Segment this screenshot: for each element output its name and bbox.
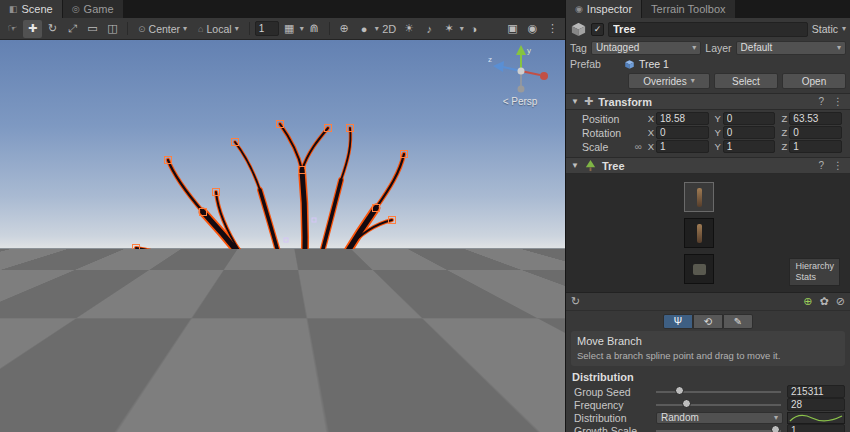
rotation-z-field[interactable] <box>789 126 842 139</box>
stats-line: Stats <box>795 272 834 283</box>
axis-z-label: Z <box>779 113 789 124</box>
rotation-label: Rotation <box>582 127 646 139</box>
gameobject-name-field[interactable] <box>608 22 808 37</box>
slider-knob[interactable] <box>675 386 684 395</box>
tree-hierarchy-canvas[interactable]: Hierarchy Stats <box>566 174 850 293</box>
scene-viewport[interactable]: y z < Persp <box>0 40 565 432</box>
leaf-group-node[interactable] <box>684 254 714 284</box>
scale-tool-button[interactable]: ⤢ <box>63 20 82 38</box>
snap-toggle-button[interactable]: ⋒ <box>305 20 324 38</box>
tab-terrain-toolbox[interactable]: Terrain Toolbox <box>642 0 734 18</box>
tab-inspector[interactable]: ◉ Inspector <box>566 0 641 18</box>
distribution-curve-field[interactable] <box>787 412 845 424</box>
refresh-icon[interactable]: ↻ <box>571 295 580 308</box>
position-y-field[interactable] <box>723 112 776 125</box>
tree-object[interactable] <box>18 40 538 418</box>
active-checkbox[interactable]: ✓ <box>591 23 604 36</box>
select-button[interactable]: Select <box>714 73 778 89</box>
transform-menu-icon[interactable]: ⋮ <box>831 96 845 107</box>
growth-scale-slider[interactable] <box>656 424 783 432</box>
grid-visibility-button[interactable]: ▦ <box>280 20 299 38</box>
camera-settings-button[interactable]: ▣ <box>503 20 522 38</box>
open-button[interactable]: Open <box>782 73 846 89</box>
tree-foldout-icon[interactable]: ▼ <box>571 161 579 170</box>
mode-2d-toggle[interactable]: 2D <box>380 20 399 38</box>
tree-root-node[interactable] <box>684 182 714 212</box>
tree-component-title: Tree <box>602 160 625 172</box>
move-branch-tool-button[interactable]: Ψ <box>663 314 693 329</box>
uniform-scale-link-icon[interactable]: ∞ <box>635 141 642 153</box>
transform-foldout-icon[interactable]: ▼ <box>571 97 579 106</box>
move-tool-button[interactable]: ✚ <box>23 20 42 38</box>
rotate-branch-tool-button[interactable]: ⟲ <box>693 314 723 329</box>
add-branch-group-icon[interactable]: ⊕ <box>803 295 812 308</box>
slider-knob[interactable] <box>682 399 691 408</box>
transform-tool-button[interactable]: ◫ <box>103 20 122 38</box>
audio-toggle[interactable]: ♪ <box>420 20 439 38</box>
axis-y-label: y <box>527 46 531 55</box>
scene-view-menu-button[interactable]: ⋮ <box>543 20 562 38</box>
group-seed-field[interactable] <box>787 385 845 398</box>
effects-caret-icon[interactable]: ▾ <box>460 25 464 33</box>
frequency-row: Frequency <box>566 398 850 411</box>
snap-crosshair-button[interactable]: ⊕ <box>335 20 354 38</box>
group-seed-slider[interactable] <box>656 385 783 398</box>
pivot-caret-icon: ▾ <box>183 25 187 33</box>
space-dropdown[interactable]: ⌂ Local ▾ <box>193 20 244 37</box>
terrain-toolbox-tab-label: Terrain Toolbox <box>651 3 725 15</box>
add-leaf-group-icon[interactable]: ✿ <box>820 295 829 308</box>
branch-group-node[interactable] <box>684 218 714 248</box>
game-tab-label: Game <box>84 3 114 15</box>
tree-component-icon <box>584 159 597 172</box>
static-label[interactable]: Static <box>812 23 838 35</box>
prefab-name[interactable]: Tree 1 <box>639 58 669 70</box>
transform-help-icon[interactable]: ? <box>816 96 826 107</box>
gizmos-visibility-button[interactable]: ◉ <box>523 20 542 38</box>
tab-game[interactable]: ◎ Game <box>63 0 123 18</box>
tree-menu-icon[interactable]: ⋮ <box>831 160 845 171</box>
effects-toggle[interactable]: ✶ <box>440 20 459 38</box>
grid-caret-icon[interactable]: ▾ <box>300 25 304 33</box>
position-z-field[interactable] <box>789 112 842 125</box>
scale-label: Scale ∞ <box>582 141 646 153</box>
transform-header[interactable]: ▼ ✚ Transform ? ⋮ <box>566 93 850 110</box>
hand-tool-button[interactable]: ☞ <box>3 20 22 38</box>
frequency-slider[interactable] <box>656 398 783 411</box>
frequency-field[interactable] <box>787 398 845 411</box>
layer-dropdown[interactable]: Default ▾ <box>736 41 846 55</box>
scene-toolbar: ☞ ✚ ↻ ⤢ ▭ ◫ ⊙ Center ▾ ⌂ Local ▾ ▦ ▾ ⋒ ⊕… <box>0 18 565 40</box>
growth-scale-field[interactable] <box>787 424 845 432</box>
rotation-y-field[interactable] <box>723 126 776 139</box>
axis-z-label: z <box>488 55 492 64</box>
pivot-dropdown[interactable]: ⊙ Center ▾ <box>133 20 192 37</box>
transform-title: Transform <box>598 96 652 108</box>
space-caret-icon: ▾ <box>235 25 239 33</box>
tab-scene[interactable]: ◧ Scene <box>0 0 62 18</box>
delete-group-icon[interactable]: ⊘ <box>836 295 845 308</box>
overrides-button[interactable]: Overrides ▾ <box>628 73 710 89</box>
projection-toggle[interactable]: < Persp <box>487 96 553 107</box>
tree-component-header[interactable]: ▼ Tree ? ⋮ <box>566 157 850 174</box>
tree-help-icon[interactable]: ? <box>816 160 826 171</box>
rotation-x-field[interactable] <box>656 126 709 139</box>
snap-increment-field[interactable] <box>255 21 279 36</box>
free-hand-tool-button[interactable]: ✎ <box>723 314 753 329</box>
inspector-tabstrip: ◉ Inspector Terrain Toolbox <box>566 0 850 18</box>
rotate-tool-button[interactable]: ↻ <box>43 20 62 38</box>
shading-caret-icon[interactable]: ▾ <box>375 25 379 33</box>
branch-thumbnail <box>697 224 702 243</box>
rect-tool-button[interactable]: ▭ <box>83 20 102 38</box>
slider-knob[interactable] <box>771 425 780 432</box>
shading-mode-button[interactable]: ● <box>355 20 374 38</box>
scale-x-field[interactable] <box>656 140 709 153</box>
hierarchy-stats-overlay: Hierarchy Stats <box>789 258 840 286</box>
orientation-gizmo[interactable]: y z < Persp <box>487 44 553 107</box>
scene-visibility-toggle[interactable]: ◑ <box>465 20 484 38</box>
scale-z-field[interactable] <box>789 140 842 153</box>
scale-y-field[interactable] <box>723 140 776 153</box>
tag-dropdown[interactable]: Untagged ▾ <box>591 41 701 55</box>
distribution-dropdown[interactable]: Random ▾ <box>656 412 783 424</box>
lighting-toggle[interactable]: ☀ <box>400 20 419 38</box>
position-x-field[interactable] <box>656 112 709 125</box>
static-caret-icon[interactable]: ▾ <box>842 25 846 33</box>
